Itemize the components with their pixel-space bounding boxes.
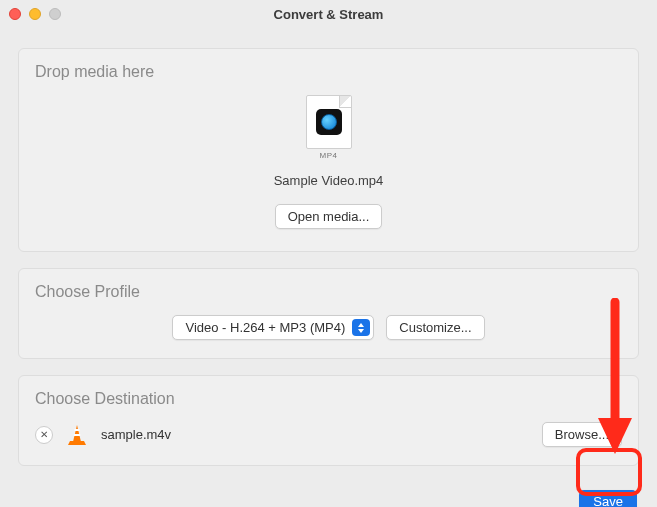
save-button[interactable]: Save [579,490,637,507]
choose-profile-panel: Choose Profile Video - H.264 + MP3 (MP4)… [18,268,639,359]
footer: Save [0,482,657,507]
drop-media-panel: Drop media here MP4 Sample Video.mp4 Ope… [18,48,639,252]
destination-file-name: sample.m4v [101,427,528,442]
file-extension-label: MP4 [306,151,352,160]
svg-marker-3 [68,441,86,445]
choose-profile-heading: Choose Profile [35,283,622,301]
customize-button[interactable]: Customize... [386,315,484,340]
browse-button[interactable]: Browse... [542,422,622,447]
vlc-cone-icon [67,424,87,446]
open-media-button[interactable]: Open media... [275,204,383,229]
drop-media-heading: Drop media here [35,63,622,81]
drop-zone[interactable]: MP4 Sample Video.mp4 Open media... [35,95,622,237]
dropdown-caret-icon [352,319,370,336]
media-file-preview: MP4 [306,95,352,160]
quicktime-file-icon [306,95,352,149]
content-area: Drop media here MP4 Sample Video.mp4 Ope… [0,28,657,466]
remove-destination-button[interactable]: ✕ [35,426,53,444]
svg-rect-2 [74,434,81,436]
profile-select[interactable]: Video - H.264 + MP3 (MP4) [172,315,374,340]
choose-destination-panel: Choose Destination ✕ sample.m4v Browse..… [18,375,639,466]
profile-selected-value: Video - H.264 + MP3 (MP4) [185,320,345,335]
title-bar: Convert & Stream [0,0,657,28]
choose-destination-heading: Choose Destination [35,390,622,408]
window-title: Convert & Stream [0,7,657,22]
svg-marker-0 [73,425,81,441]
svg-rect-1 [75,429,80,431]
media-file-name: Sample Video.mp4 [35,173,622,188]
